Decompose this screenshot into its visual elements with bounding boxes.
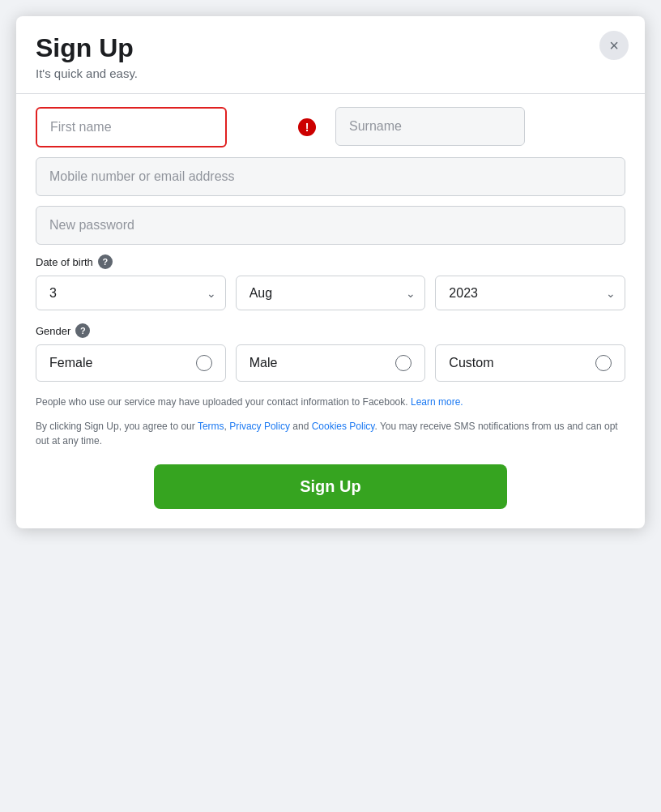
modal-body: ! Date of birth ? 3 ⌄	[16, 94, 645, 528]
dob-month-select[interactable]: Aug	[236, 276, 426, 310]
dob-row: 3 ⌄ Aug ⌄ 2023 ⌄	[36, 276, 625, 310]
terms-link[interactable]: Terms	[198, 421, 224, 432]
gender-male-option[interactable]: Male	[236, 344, 426, 382]
svg-text:!: !	[305, 121, 309, 134]
dob-month-wrapper: Aug ⌄	[236, 276, 426, 310]
password-input[interactable]	[36, 206, 625, 245]
gender-section: Gender ? Female Male Custom	[36, 323, 625, 382]
modal-header: Sign Up It's quick and easy. ×	[16, 16, 645, 94]
signup-modal: Sign Up It's quick and easy. × ! Dat	[16, 16, 645, 528]
modal-subtitle: It's quick and easy.	[36, 66, 625, 80]
gender-row: Female Male Custom	[36, 344, 625, 382]
first-name-input[interactable]	[36, 107, 227, 147]
first-name-wrapper: !	[36, 107, 326, 147]
close-button[interactable]: ×	[599, 31, 629, 60]
gender-custom-radio	[595, 355, 612, 371]
dob-label: Date of birth ?	[36, 254, 625, 269]
gender-male-radio	[395, 355, 412, 371]
dob-help-icon[interactable]: ?	[98, 254, 113, 269]
surname-input[interactable]	[335, 107, 525, 146]
error-icon: !	[298, 118, 316, 136]
gender-help-icon[interactable]: ?	[75, 323, 90, 338]
surname-wrapper	[335, 107, 625, 147]
gender-female-radio	[196, 355, 212, 371]
dob-day-wrapper: 3 ⌄	[36, 276, 226, 310]
name-row: !	[36, 107, 625, 147]
dob-day-select[interactable]: 3	[36, 276, 226, 310]
modal-title: Sign Up	[36, 32, 625, 63]
contact-disclaimer: People who use our service may have uplo…	[36, 395, 625, 409]
dob-year-select[interactable]: 2023	[435, 276, 625, 310]
gender-custom-option[interactable]: Custom	[435, 344, 625, 382]
dob-section: Date of birth ? 3 ⌄ Aug ⌄	[36, 254, 625, 310]
mobile-email-input[interactable]	[36, 157, 625, 196]
learn-more-link[interactable]: Learn more.	[411, 396, 463, 408]
gender-label: Gender ?	[36, 323, 625, 338]
signup-button[interactable]: Sign Up	[154, 464, 508, 509]
gender-female-option[interactable]: Female	[36, 344, 226, 382]
privacy-policy-link[interactable]: Privacy Policy	[229, 421, 290, 432]
terms-text: By clicking Sign Up, you agree to our Te…	[36, 419, 625, 448]
cookies-policy-link[interactable]: Cookies Policy	[312, 421, 375, 432]
dob-year-wrapper: 2023 ⌄	[435, 276, 625, 310]
